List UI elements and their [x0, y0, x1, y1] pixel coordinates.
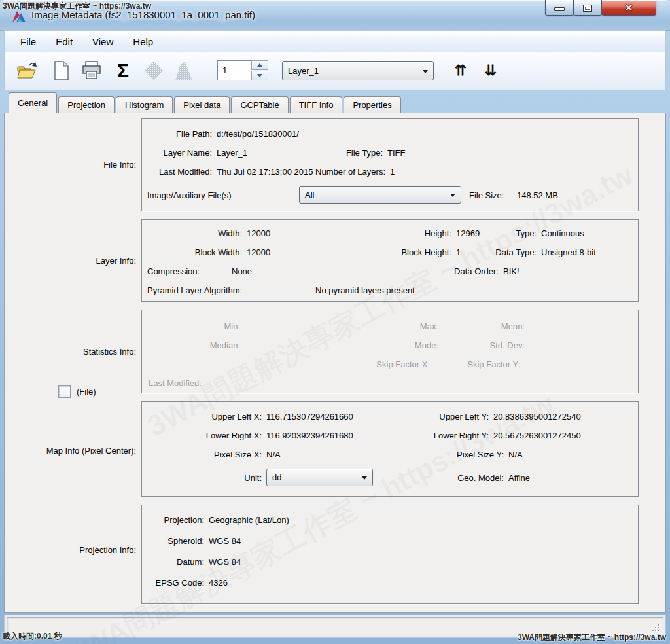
- tab-strip: General Projection Histogram Pixel data …: [9, 92, 402, 113]
- watermark-bottom-right: 3WA問題解決專家工作室 ~ https://3wa.tw: [518, 632, 666, 643]
- minimize-icon: [554, 7, 565, 11]
- unit-value: dd: [272, 473, 281, 482]
- tab-label: Projection: [67, 100, 105, 110]
- resize-grip[interactable]: [651, 623, 660, 632]
- menu-view[interactable]: View: [92, 36, 113, 47]
- tab-properties[interactable]: Properties: [344, 96, 400, 113]
- datum-value: WGS 84: [209, 557, 241, 567]
- print-button[interactable]: [80, 59, 103, 82]
- layer-selector-dropdown[interactable]: Layer_1: [282, 61, 434, 80]
- compression-value: None: [232, 266, 252, 277]
- geo-model-value: Affine: [508, 473, 530, 484]
- tab-label: Histogram: [125, 100, 164, 110]
- projection-section-label: Projection Info:: [79, 545, 136, 556]
- chevron-down-icon: [423, 70, 428, 73]
- tab-histogram[interactable]: Histogram: [116, 96, 173, 113]
- spinner-down-button[interactable]: [251, 71, 268, 80]
- new-document-icon: [53, 60, 70, 81]
- block-height-value: 1: [456, 247, 461, 258]
- layer-number-value: 1: [222, 65, 227, 76]
- tab-general[interactable]: General: [9, 92, 57, 113]
- number-of-layers-label: Number of Layers:: [315, 167, 385, 177]
- projection-value: Geographic (Lat/Lon): [209, 515, 289, 526]
- tab-label: TIFF Info: [299, 100, 334, 110]
- block-width-value: 12000: [247, 247, 270, 258]
- file-info-group: File Path: d:/test/po/151830001/ Layer N…: [141, 118, 639, 211]
- menu-file[interactable]: File: [20, 36, 36, 47]
- close-button[interactable]: ✕: [601, 0, 656, 16]
- tab-label: General: [18, 98, 48, 108]
- tab-label: Pixel data: [183, 100, 220, 110]
- epsg-code-value: 4326: [209, 578, 228, 588]
- file-size-label: File Size:: [469, 190, 504, 201]
- statistics-button[interactable]: Σ: [113, 59, 133, 82]
- last-modified-value: Thu Jul 02 17:13:00 2015: [217, 167, 313, 177]
- tab-gcptable[interactable]: GCPTable: [231, 96, 288, 113]
- lower-right-x-value: 116.920392394261680: [266, 431, 353, 441]
- file-type-label: File Type:: [346, 148, 383, 158]
- open-folder-icon: [16, 61, 37, 80]
- spheroid-label: Spheroid:: [168, 536, 204, 546]
- unit-label: Unit:: [244, 473, 262, 484]
- number-of-layers-value: 1: [390, 167, 395, 177]
- raise-layer-button[interactable]: ⇈: [450, 60, 472, 81]
- file-info-section-label: File Info:: [103, 160, 136, 170]
- tab-pixel-data[interactable]: Pixel data: [174, 96, 230, 113]
- width-label: Width:: [218, 228, 242, 239]
- layer-name-label: Layer Name:: [164, 148, 212, 158]
- max-label: Max:: [420, 321, 438, 332]
- menu-help[interactable]: Help: [133, 36, 153, 47]
- block-width-label: Block Width:: [195, 247, 242, 258]
- upper-left-x-value: 116.715307294261660: [266, 412, 353, 422]
- maximize-icon: [583, 5, 592, 12]
- height-value: 12969: [456, 228, 480, 239]
- last-modified-label: Last Modified:: [159, 167, 212, 177]
- layer-number-input[interactable]: 1: [217, 60, 251, 80]
- tab-label: GCPTable: [240, 100, 279, 110]
- min-label: Min:: [224, 321, 240, 332]
- upper-left-y-label: Upper Left Y:: [439, 412, 489, 422]
- statistics-info-group: Min: Max: Mean: Median: Mode: Std. Dev: …: [141, 310, 639, 393]
- skip-factor-x-label: Skip Factor X:: [376, 359, 430, 370]
- unit-dropdown[interactable]: dd: [266, 469, 373, 486]
- std-dev-label: Std. Dev:: [490, 340, 525, 351]
- pixel-size-x-label: Pixel Size X:: [214, 450, 262, 460]
- arrows-down-icon: ⇊: [485, 63, 497, 79]
- watermark-top-left: 3WA問題解決專家工作室 ~ https://3wa.tw: [3, 1, 151, 12]
- projection-info-group: Projection: Geographic (Lat/Lon) Spheroi…: [141, 505, 639, 604]
- minimize-button[interactable]: [545, 0, 574, 16]
- spinner-up-button[interactable]: [251, 60, 268, 70]
- type-value: Continuous: [541, 228, 584, 239]
- layer-info-section-label: Layer Info:: [96, 256, 136, 266]
- chevron-down-icon: [362, 476, 367, 480]
- open-file-button[interactable]: [15, 59, 39, 82]
- toolbar: Σ 1 Layer_1 ⇈ ⇊: [4, 52, 666, 90]
- chevron-down-icon: [450, 194, 455, 197]
- width-value: 12000: [247, 228, 270, 239]
- tab-projection[interactable]: Projection: [58, 96, 115, 113]
- pyramid-button-disabled: [173, 60, 194, 81]
- aux-files-value: All: [305, 190, 314, 200]
- menu-edit[interactable]: Edit: [56, 36, 73, 47]
- file-size-value: 148.52 MB: [517, 190, 558, 201]
- watermark-load-time: 載入時間:0.01 秒: [3, 631, 62, 642]
- close-icon: ✕: [625, 3, 633, 12]
- aux-files-dropdown[interactable]: All: [299, 186, 461, 204]
- lower-right-x-label: Lower Right X:: [206, 431, 262, 441]
- stats-file-checkbox-label: (File): [77, 387, 96, 397]
- aux-files-label: Image/Auxiliary File(s): [147, 190, 232, 201]
- sigma-icon: Σ: [117, 61, 129, 80]
- lower-layer-button[interactable]: ⇊: [480, 60, 502, 81]
- data-type-label: Data Type:: [495, 247, 537, 258]
- maximize-button[interactable]: [573, 0, 602, 16]
- tab-tiff-info[interactable]: TIFF Info: [290, 96, 343, 113]
- mode-label: Mode:: [415, 340, 438, 351]
- pixel-size-x-value: N/A: [266, 450, 281, 460]
- mean-label: Mean:: [501, 321, 525, 332]
- skip-factor-y-label: Skip Factor Y:: [467, 359, 520, 370]
- stats-file-checkbox[interactable]: [58, 385, 71, 398]
- spheroid-value: WGS 84: [209, 536, 241, 546]
- layer-info-group: Width: 12000 Height: 12969 Type: Continu…: [141, 219, 639, 302]
- new-file-button[interactable]: [52, 59, 71, 82]
- menu-bar: File Edit View Help: [4, 30, 666, 52]
